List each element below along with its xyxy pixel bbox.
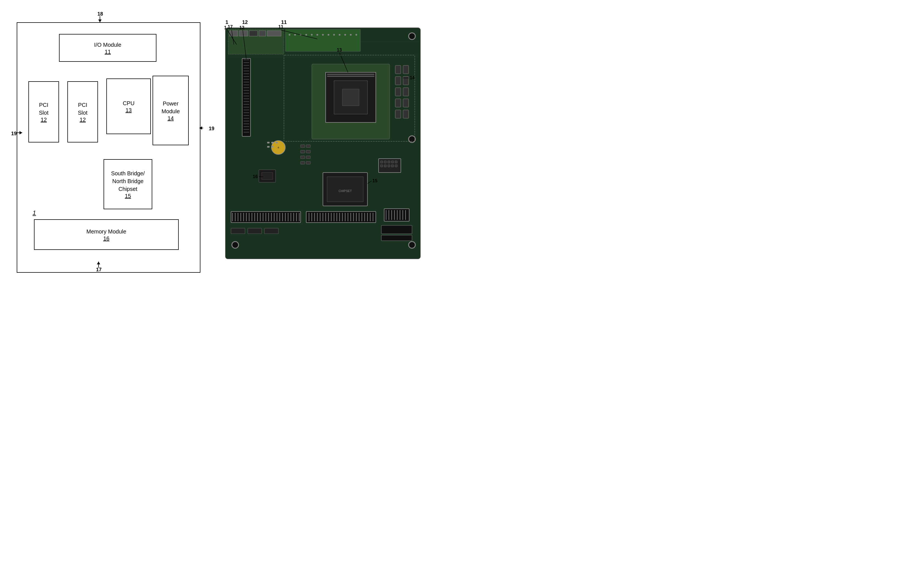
svg-rect-62 xyxy=(395,65,401,74)
svg-point-27 xyxy=(355,34,357,35)
cpu-number: 13 xyxy=(126,107,132,114)
photo-section: 1 11 12 xyxy=(223,22,440,273)
svg-rect-80 xyxy=(381,161,383,163)
svg-rect-145 xyxy=(264,228,278,234)
svg-rect-78 xyxy=(261,172,273,180)
svg-text:1: 1 xyxy=(224,25,227,30)
svg-point-5 xyxy=(409,33,415,40)
svg-rect-69 xyxy=(403,99,409,107)
svg-rect-88 xyxy=(391,165,394,167)
bridge-label3: Chipset xyxy=(118,185,137,193)
svg-rect-144 xyxy=(248,228,261,234)
svg-rect-81 xyxy=(384,161,386,163)
cpu-box: CPU 13 xyxy=(106,78,151,134)
svg-rect-172 xyxy=(275,142,278,143)
io-module-number: 11 xyxy=(105,49,111,55)
svg-rect-166 xyxy=(301,156,305,159)
svg-point-20 xyxy=(317,34,318,35)
svg-point-6 xyxy=(409,241,415,248)
svg-rect-173 xyxy=(267,146,269,147)
svg-rect-87 xyxy=(388,165,390,167)
power-module-label2: Module xyxy=(161,107,180,115)
bridge-box: South Bridge/ North Bridge Chipset 15 xyxy=(103,159,152,209)
board-label-1: 1 xyxy=(32,209,36,216)
svg-rect-64 xyxy=(395,77,401,85)
io-module-label: I/O Module xyxy=(94,41,121,49)
svg-text:CHIPSET: CHIPSET xyxy=(338,189,352,193)
svg-rect-68 xyxy=(395,99,401,107)
svg-rect-174 xyxy=(271,146,274,147)
svg-point-25 xyxy=(344,34,346,35)
page-container: 18 19 I/O Module 11 PCI Slot 12 PCI xyxy=(0,0,449,294)
svg-rect-66 xyxy=(395,88,401,96)
svg-rect-83 xyxy=(391,161,394,163)
svg-rect-61 xyxy=(327,76,374,77)
svg-point-16 xyxy=(294,34,296,35)
svg-point-18 xyxy=(305,34,307,35)
label-19-left: 19 xyxy=(11,131,17,137)
svg-rect-165 xyxy=(306,150,311,153)
label-17: 17 xyxy=(96,267,101,273)
label-19-right: 19 xyxy=(209,126,214,132)
io-module-box: I/O Module 11 xyxy=(59,34,157,62)
svg-text:17: 17 xyxy=(228,25,233,29)
svg-rect-143 xyxy=(231,228,245,234)
svg-point-23 xyxy=(333,34,335,35)
svg-point-26 xyxy=(350,34,352,35)
svg-rect-59 xyxy=(342,89,359,106)
svg-text:16: 16 xyxy=(253,174,258,179)
svg-rect-0 xyxy=(226,28,420,259)
svg-rect-84 xyxy=(395,161,397,163)
svg-rect-70 xyxy=(395,110,401,118)
pci-slot-1-number: 12 xyxy=(41,117,47,123)
svg-point-15 xyxy=(289,34,290,35)
svg-rect-67 xyxy=(403,88,409,96)
svg-point-19 xyxy=(311,34,312,35)
pci-slot-2-label2: Slot xyxy=(78,109,88,117)
svg-rect-12 xyxy=(259,31,266,36)
label-18: 18 xyxy=(97,11,103,17)
svg-rect-164 xyxy=(301,150,305,153)
svg-text:13: 13 xyxy=(337,48,342,52)
pci-slot-1-box: PCI Slot 12 xyxy=(28,81,59,143)
motherboard-svg: + CHIPSET xyxy=(223,22,429,264)
power-module-box: Power Module 14 xyxy=(152,76,189,145)
svg-rect-167 xyxy=(306,156,311,159)
svg-rect-169 xyxy=(306,161,311,164)
svg-point-4 xyxy=(232,241,238,248)
svg-rect-168 xyxy=(301,161,305,164)
svg-point-21 xyxy=(322,34,324,35)
svg-rect-85 xyxy=(381,165,383,167)
svg-rect-141 xyxy=(381,226,412,234)
svg-text:14: 14 xyxy=(410,75,415,80)
svg-text:15: 15 xyxy=(372,178,377,183)
svg-point-24 xyxy=(339,34,340,35)
power-module-label1: Power xyxy=(163,100,179,107)
memory-module-number: 16 xyxy=(103,235,109,242)
svg-rect-170 xyxy=(267,142,269,143)
power-module-number: 14 xyxy=(168,115,174,121)
svg-rect-162 xyxy=(301,145,305,147)
svg-rect-63 xyxy=(403,65,409,74)
svg-rect-82 xyxy=(388,161,390,163)
svg-text:+: + xyxy=(277,145,280,150)
memory-module-label: Memory Module xyxy=(86,228,126,235)
svg-rect-13 xyxy=(267,31,281,36)
svg-rect-71 xyxy=(403,110,409,118)
pci-slot-1-label2: Slot xyxy=(39,109,48,117)
svg-rect-171 xyxy=(271,142,274,143)
bridge-label2: North Bridge xyxy=(112,177,143,185)
svg-rect-14 xyxy=(285,29,360,51)
svg-rect-89 xyxy=(395,165,397,167)
pci-slot-2-box: PCI Slot 12 xyxy=(68,81,98,143)
svg-rect-142 xyxy=(381,235,412,241)
svg-rect-11 xyxy=(249,31,257,36)
main-board: I/O Module 11 PCI Slot 12 PCI Slot 12 CP… xyxy=(17,22,200,273)
pci-slot-2-label1: PCI xyxy=(78,101,87,109)
pci-slot-1-label1: PCI xyxy=(39,101,48,109)
diagram-section: 18 19 I/O Module 11 PCI Slot 12 PCI xyxy=(11,11,206,273)
svg-text:11: 11 xyxy=(278,25,283,29)
memory-module-box: Memory Module 16 xyxy=(34,219,179,250)
svg-rect-116 xyxy=(306,212,376,223)
svg-text:12: 12 xyxy=(239,25,244,30)
